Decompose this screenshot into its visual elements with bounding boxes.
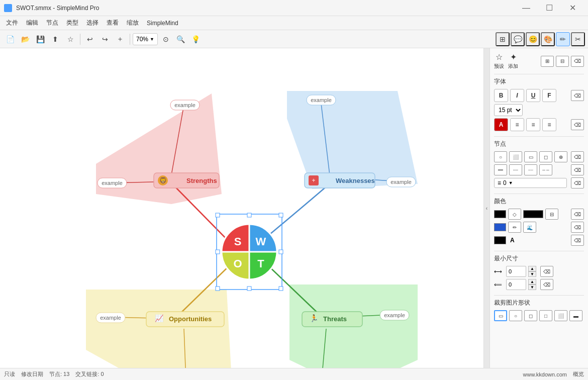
add-button[interactable]: ＋ [113, 32, 127, 46]
menu-simplemind[interactable]: SimpleMind [143, 18, 182, 29]
stroke-pattern-button[interactable]: ⊟ [545, 209, 558, 220]
height-down-button[interactable]: ▼ [528, 284, 536, 290]
text-color-swatch[interactable] [494, 236, 506, 244]
bold-button[interactable]: B [494, 89, 508, 102]
shape-ellipse-button[interactable]: ○ [494, 151, 507, 162]
clear-width-button[interactable]: ⌫ [540, 266, 553, 277]
clear-style-button[interactable]: ⌫ [571, 56, 584, 67]
min-width-input[interactable] [506, 266, 526, 277]
modified-date-status: 修改日期 [21, 370, 43, 378]
font-size-select[interactable]: 15 pt 10 pt 12 pt 14 pt 16 pt 18 pt 20 p… [494, 104, 523, 116]
shape-rect-button[interactable]: ⬜ [509, 151, 522, 162]
menu-node[interactable]: 节点 [42, 17, 62, 29]
svg-text:Strengths: Strengths [186, 177, 217, 184]
canvas[interactable]: example example example example example … [0, 48, 483, 368]
clear-indent-button[interactable]: ⌫ [571, 177, 584, 188]
crop-squircle-button[interactable]: ⬜ [554, 310, 567, 321]
fill-color-swatch[interactable] [494, 210, 506, 218]
cross-links-status: 交叉链接: 0 [75, 370, 104, 378]
node-header: 节点 [494, 140, 584, 148]
theme-button[interactable]: 🎨 [541, 32, 555, 46]
open-file-button[interactable]: 📂 [18, 32, 32, 46]
align-left-button[interactable]: ≡ [510, 118, 524, 131]
minimize-button[interactable]: — [515, 0, 538, 16]
grid-button[interactable]: ⊞ [496, 32, 510, 46]
shape-roundrect-button[interactable]: ▭ [524, 151, 537, 162]
menu-select[interactable]: 选择 [82, 17, 103, 29]
crop-ellipse-button[interactable]: ○ [509, 310, 522, 321]
crop-square-button[interactable]: □ [539, 310, 552, 321]
menu-type[interactable]: 类型 [62, 17, 82, 29]
maximize-button[interactable]: ☐ [538, 0, 561, 16]
emoji-button[interactable]: 😊 [526, 32, 540, 46]
line-solid-button[interactable]: ━━ [494, 164, 507, 175]
indent-control[interactable]: ≡ 0 ▼ [494, 178, 567, 188]
width-up-button[interactable]: ▲ [528, 266, 536, 271]
expand-shapes-button[interactable]: ⊕ [554, 151, 567, 162]
clear-line-color-button[interactable]: ⌫ [571, 222, 584, 233]
crop-rect-button[interactable]: ▭ [494, 310, 507, 321]
menu-edit[interactable]: 编辑 [22, 17, 42, 29]
svg-text:T: T [257, 257, 264, 270]
italic-button[interactable]: I [510, 89, 524, 102]
search-button[interactable]: 🔍 [174, 32, 188, 46]
star-button[interactable]: ☆ [63, 32, 77, 46]
copy-style-button[interactable]: ⊞ [541, 56, 554, 67]
svg-rect-39 [216, 213, 220, 217]
clear-fill-button[interactable]: ⌫ [571, 209, 584, 220]
clear-font-button[interactable]: ⌫ [571, 90, 584, 101]
align-center-button[interactable]: ≡ [526, 118, 540, 131]
redo-button[interactable]: ↪ [98, 32, 112, 46]
add-preset-button[interactable]: ✦ 添加 [508, 52, 518, 70]
align-right-button[interactable]: ≡ [542, 118, 556, 131]
app-icon [4, 4, 12, 12]
clear-text-button[interactable]: ⌫ [571, 119, 584, 130]
zoom-control[interactable]: 70% ▼ [133, 33, 158, 45]
crop-wide-button[interactable]: ▬ [569, 310, 582, 321]
presets-button[interactable]: ☆ 预设 [494, 52, 504, 70]
line-color-swatch[interactable] [494, 223, 506, 231]
line-dashdot-button[interactable]: ─ ─ [539, 164, 552, 175]
fill-color-picker[interactable]: ◇ [508, 209, 521, 220]
panel-collapse-handle[interactable]: ‹ [483, 48, 489, 368]
undo-button[interactable]: ↩ [83, 32, 97, 46]
underline-button[interactable]: U [526, 89, 540, 102]
clear-text-color-button[interactable]: ⌫ [571, 235, 584, 246]
menu-file[interactable]: 文件 [2, 17, 22, 29]
menu-zoom[interactable]: 缩放 [123, 17, 143, 29]
clear-line-button[interactable]: ⌫ [571, 164, 584, 175]
clear-shape-button[interactable]: ⌫ [571, 151, 584, 162]
svg-text:+: + [312, 177, 315, 184]
comment-button[interactable]: 💬 [511, 32, 525, 46]
width-down-button[interactable]: ▼ [528, 271, 536, 277]
node-label: 节点 [494, 140, 506, 148]
node-indent-row: ≡ 0 ▼ ⌫ [494, 177, 584, 188]
line-color-picker[interactable]: ✏ [508, 222, 521, 233]
cut-button[interactable]: ✂ [571, 32, 585, 46]
draw-button[interactable]: ✏ [556, 32, 570, 46]
close-button[interactable]: ✕ [561, 0, 584, 16]
paste-style-button[interactable]: ⊟ [556, 56, 569, 67]
font-color-button[interactable]: A [494, 118, 508, 131]
svg-text:🦁: 🦁 [159, 176, 167, 184]
fit-view-button[interactable]: ⊙ [159, 32, 173, 46]
min-height-input[interactable] [506, 279, 526, 290]
crop-rounded-button[interactable]: ◻ [524, 310, 537, 321]
color-header: 颜色 [494, 197, 584, 206]
save-button[interactable]: 💾 [33, 32, 47, 46]
overview-label: 概览 [573, 370, 584, 378]
height-up-button[interactable]: ▲ [528, 279, 536, 284]
right-panel: ☆ 预设 ✦ 添加 ⊞ ⊟ ⌫ 字体 B I U F [489, 48, 588, 368]
stroke-color-swatch[interactable] [523, 210, 543, 218]
divider-1 [494, 74, 584, 74]
share-button[interactable]: ⬆ [48, 32, 62, 46]
new-file-button[interactable]: 📄 [3, 32, 17, 46]
line-dot-button[interactable]: ┄┄ [524, 164, 537, 175]
line-texture-button[interactable]: 🌊 [523, 222, 536, 233]
menu-view[interactable]: 查看 [103, 17, 123, 29]
line-dash-button[interactable]: ╌╌ [509, 164, 522, 175]
clear-height-button[interactable]: ⌫ [540, 279, 553, 290]
shape-diamond-button[interactable]: ◻ [539, 151, 552, 162]
strikethrough-button[interactable]: F [542, 89, 556, 102]
lightbulb-button[interactable]: 💡 [189, 32, 203, 46]
